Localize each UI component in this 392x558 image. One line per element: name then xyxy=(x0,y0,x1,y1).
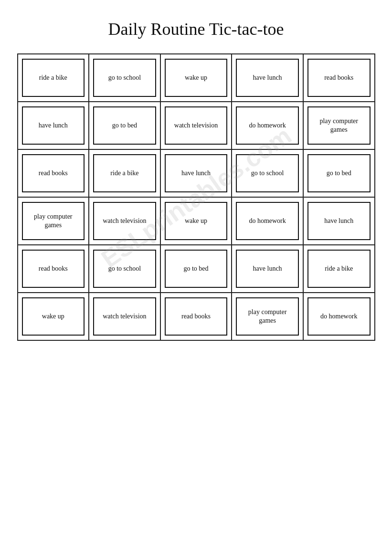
cell-label: go to school xyxy=(251,169,284,178)
grid-cell[interactable]: go to bed xyxy=(304,150,375,198)
cell-label: ride a bike xyxy=(110,169,138,178)
cell-label: do homework xyxy=(249,121,286,130)
cell-inner-box: watch television xyxy=(93,297,156,336)
tic-tac-toe-grid: ride a bikego to schoolwake uphave lunch… xyxy=(17,53,375,341)
grid-cell[interactable]: play computer games xyxy=(232,293,304,341)
cell-label: play computer games xyxy=(26,212,81,230)
grid-cell[interactable]: wake up xyxy=(161,198,233,245)
cell-inner-box: have lunch xyxy=(236,59,299,97)
cell-inner-box: play computer games xyxy=(236,297,299,336)
cell-label: go to bed xyxy=(327,169,351,178)
cell-inner-box: wake up xyxy=(165,202,228,240)
grid-cell[interactable]: go to school xyxy=(89,54,161,102)
cell-label: wake up xyxy=(185,74,207,82)
grid-cell[interactable]: wake up xyxy=(18,293,90,341)
cell-label: play computer games xyxy=(240,308,295,325)
grid-cell[interactable]: ride a bike xyxy=(89,150,161,198)
cell-inner-box: read books xyxy=(165,297,228,336)
cell-inner-box: do homework xyxy=(307,297,371,336)
cell-label: watch television xyxy=(103,312,146,321)
cell-inner-box: have lunch xyxy=(22,106,85,145)
cell-label: wake up xyxy=(42,312,64,321)
cell-label: have lunch xyxy=(253,264,282,273)
grid-wrapper: ESLprintables.com ride a bikego to schoo… xyxy=(17,53,375,341)
cell-label: do homework xyxy=(249,217,286,225)
grid-cell[interactable]: go to bed xyxy=(161,245,233,293)
grid-cell[interactable]: play computer games xyxy=(18,198,90,245)
grid-cell[interactable]: read books xyxy=(18,245,90,293)
grid-cell[interactable]: do homework xyxy=(232,198,304,245)
cell-inner-box: go to school xyxy=(93,250,156,288)
grid-cell[interactable]: do homework xyxy=(304,293,375,341)
cell-inner-box: do homework xyxy=(236,106,299,145)
grid-cell[interactable]: wake up xyxy=(161,54,233,102)
cell-label: watch television xyxy=(174,121,218,130)
cell-label: read books xyxy=(39,264,68,273)
cell-inner-box: ride a bike xyxy=(93,154,156,192)
cell-inner-box: go to school xyxy=(236,154,299,192)
grid-cell[interactable]: have lunch xyxy=(232,245,304,293)
cell-label: have lunch xyxy=(253,74,282,82)
grid-cell[interactable]: have lunch xyxy=(18,102,90,150)
grid-cell[interactable]: ride a bike xyxy=(18,54,90,102)
cell-inner-box: go to bed xyxy=(307,154,371,192)
cell-inner-box: ride a bike xyxy=(307,250,371,288)
cell-inner-box: read books xyxy=(307,59,371,97)
grid-cell[interactable]: watch television xyxy=(161,102,233,150)
grid-cell[interactable]: ride a bike xyxy=(304,245,375,293)
grid-cell[interactable]: have lunch xyxy=(232,54,304,102)
cell-label: read books xyxy=(181,312,211,321)
cell-inner-box: wake up xyxy=(22,297,85,336)
cell-label: go to bed xyxy=(112,121,137,130)
cell-inner-box: go to bed xyxy=(165,250,228,288)
cell-label: go to bed xyxy=(183,264,208,273)
cell-label: read books xyxy=(39,169,68,178)
page-title: Daily Routine Tic-tac-toe xyxy=(108,19,284,39)
cell-inner-box: watch television xyxy=(165,106,228,145)
grid-cell[interactable]: read books xyxy=(18,150,90,198)
grid-cell[interactable]: read books xyxy=(304,54,375,102)
cell-inner-box: have lunch xyxy=(236,250,299,288)
cell-label: watch television xyxy=(103,217,146,225)
cell-inner-box: have lunch xyxy=(165,154,228,192)
grid-cell[interactable]: go to bed xyxy=(89,102,161,150)
grid-cell[interactable]: go to school xyxy=(89,245,161,293)
cell-label: read books xyxy=(324,74,353,82)
cell-inner-box: play computer games xyxy=(22,202,85,240)
grid-cell[interactable]: watch television xyxy=(89,198,161,245)
cell-inner-box: wake up xyxy=(165,59,228,97)
cell-inner-box: read books xyxy=(22,250,85,288)
grid-cell[interactable]: have lunch xyxy=(304,198,375,245)
cell-label: go to school xyxy=(108,264,141,273)
cell-label: do homework xyxy=(320,312,357,321)
grid-cell[interactable]: go to school xyxy=(232,150,304,198)
cell-inner-box: watch television xyxy=(93,202,156,240)
cell-label: have lunch xyxy=(324,217,353,225)
grid-cell[interactable]: watch television xyxy=(89,293,161,341)
grid-cell[interactable]: have lunch xyxy=(161,150,233,198)
cell-inner-box: ride a bike xyxy=(22,59,85,97)
cell-label: wake up xyxy=(185,217,207,225)
cell-label: have lunch xyxy=(39,121,68,130)
cell-label: ride a bike xyxy=(325,264,353,273)
cell-label: play computer games xyxy=(311,117,367,134)
grid-cell[interactable]: do homework xyxy=(232,102,304,150)
cell-label: ride a bike xyxy=(39,74,67,82)
cell-inner-box: do homework xyxy=(236,202,299,240)
cell-inner-box: play computer games xyxy=(307,106,371,145)
cell-inner-box: go to bed xyxy=(93,106,156,145)
cell-inner-box: have lunch xyxy=(307,202,371,240)
cell-label: go to school xyxy=(108,74,141,82)
cell-inner-box: read books xyxy=(22,154,85,192)
cell-label: have lunch xyxy=(181,169,211,178)
cell-inner-box: go to school xyxy=(93,59,156,97)
grid-cell[interactable]: read books xyxy=(161,293,233,341)
grid-cell[interactable]: play computer games xyxy=(304,102,375,150)
